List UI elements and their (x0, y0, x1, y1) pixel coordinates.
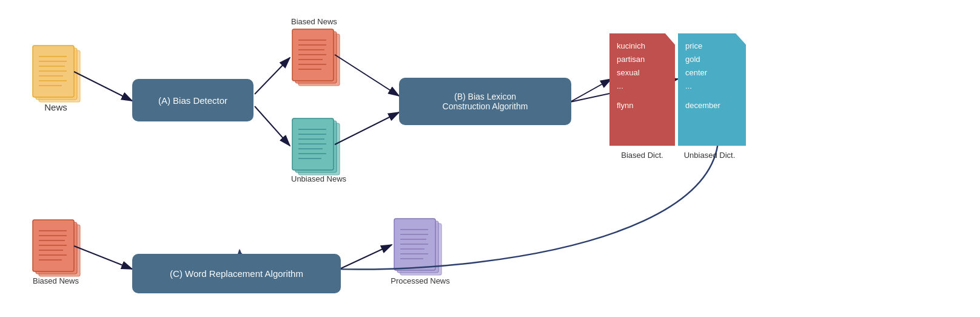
svg-rect-12 (298, 34, 340, 86)
svg-rect-33 (36, 222, 77, 274)
svg-line-56 (335, 112, 399, 145)
svg-rect-34 (33, 220, 74, 271)
unbiased-dict-box: price gold center ... december (678, 33, 746, 146)
biased-news-top-label: Biased News (291, 17, 346, 26)
unbiased-news-label: Unbiased News (291, 174, 355, 183)
svg-rect-24 (292, 118, 334, 170)
unbiased-dict-word-2: gold (685, 53, 739, 66)
bias-lexicon-label: (B) Bias LexiconConstruction Algorithm (443, 92, 528, 111)
bias-detector-box: (A) Bias Detector (132, 79, 253, 121)
word-replacement-label: (C) Word Replacement Algorithm (170, 268, 303, 279)
svg-rect-4 (33, 46, 74, 97)
unbiased-dict-word-3: center (685, 66, 739, 80)
unbiased-dict-word-1: price (685, 39, 739, 53)
svg-rect-3 (36, 48, 77, 100)
unbiased-dict-word-5: december (685, 99, 739, 112)
svg-rect-43 (397, 221, 438, 273)
biased-dict-label: Biased Dict. (609, 151, 675, 160)
word-replacement-box: (C) Word Replacement Algorithm (132, 254, 341, 293)
unbiased-dict-word-4: ... (685, 80, 739, 93)
svg-rect-32 (39, 225, 80, 276)
biased-dict-word-2: partisan (617, 53, 668, 66)
biased-news-bottom-label: Biased News (25, 276, 86, 285)
svg-rect-14 (292, 29, 334, 81)
svg-line-53 (255, 58, 290, 94)
svg-rect-13 (295, 32, 337, 83)
svg-line-60 (340, 245, 392, 269)
svg-line-57 (570, 79, 611, 102)
biased-dict-box: kucinich partisan sexual ... flynn (609, 33, 675, 146)
biased-dict-word-5: flynn (617, 99, 668, 112)
svg-line-52 (74, 72, 132, 101)
news-label: News (32, 102, 80, 112)
bias-detector-label: (A) Bias Detector (158, 95, 227, 106)
biased-dict-word-1: kucinich (617, 39, 668, 53)
unbiased-dict-label: Unbiased Dict. (673, 151, 746, 160)
svg-rect-42 (400, 223, 441, 275)
svg-rect-22 (298, 123, 340, 175)
svg-rect-23 (295, 121, 337, 172)
svg-rect-2 (39, 50, 80, 102)
svg-line-59 (74, 246, 132, 269)
diagram: (A) Bias Detector (B) Bias LexiconConstr… (0, 0, 980, 317)
svg-line-55 (335, 55, 399, 96)
biased-dict-word-3: sexual (617, 66, 668, 80)
biased-dict-word-4: ... (617, 80, 668, 93)
processed-news-label: Processed News (387, 276, 454, 285)
bias-lexicon-box: (B) Bias LexiconConstruction Algorithm (399, 78, 571, 125)
svg-rect-44 (394, 219, 435, 270)
svg-line-54 (255, 106, 290, 146)
